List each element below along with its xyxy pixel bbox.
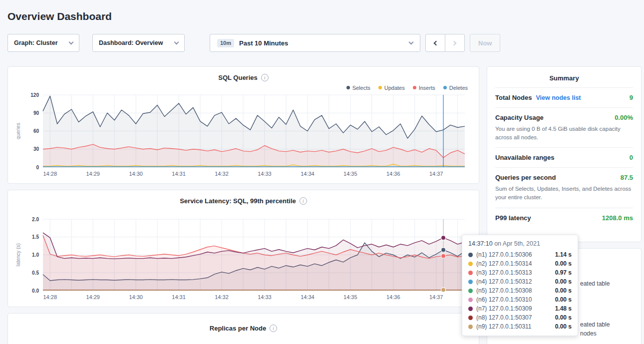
svg-text:2.0: 2.0: [32, 217, 39, 222]
svg-text:14:34: 14:34: [301, 294, 315, 300]
svg-text:14:31: 14:31: [172, 294, 186, 300]
summary-row-total-nodes: Total Nodes View nodes list 9: [495, 87, 633, 107]
svg-text:14:36: 14:36: [386, 294, 400, 300]
tooltip-rows: (n1) 127.0.0.1:503061.14 s(n2) 127.0.0.1…: [468, 250, 572, 331]
node-color-dot: [468, 289, 473, 293]
time-back-button[interactable]: [425, 34, 445, 52]
node-latency-value: 0.97 s: [555, 269, 572, 276]
node-label: (n9) 127.0.0.1:50311: [476, 323, 552, 330]
svg-text:0.5: 0.5: [32, 270, 39, 276]
graph-dropdown[interactable]: Graph: Cluster: [7, 34, 79, 52]
graph-dropdown-label: Graph: Cluster: [14, 39, 58, 46]
svg-text:0.0: 0.0: [32, 288, 39, 294]
chevron-down-icon: [409, 40, 414, 45]
view-nodes-list-link[interactable]: View nodes list: [536, 94, 581, 101]
info-icon[interactable]: i: [261, 74, 269, 81]
dashboard-dropdown[interactable]: Dashboard: Overview: [92, 34, 185, 52]
legend-label: Selects: [352, 85, 370, 91]
info-icon[interactable]: i: [300, 197, 307, 205]
chevron-down-icon: [174, 40, 179, 45]
legend-label: Inserts: [419, 85, 435, 91]
chevron-left-icon: [434, 40, 439, 45]
legend-item: Selects: [346, 85, 370, 91]
svg-text:14:31: 14:31: [172, 171, 186, 177]
summary-panel: Summary Total Nodes View nodes list 9 Ca…: [487, 66, 642, 242]
svg-text:14:33: 14:33: [258, 171, 272, 177]
tooltip-row: (n1) 127.0.0.1:503061.14 s: [468, 250, 572, 259]
sql-queries-plot[interactable]: 030609012014:2814:2914:3014:3114:3214:33…: [14, 92, 473, 178]
node-label: (n6) 127.0.0.1:50310: [476, 296, 552, 303]
node-label: (n7) 127.0.0.1:50309: [476, 305, 552, 312]
node-latency-value: 0.00 s: [555, 314, 572, 321]
legend-label: Deletes: [449, 85, 468, 91]
replicas-panel: Replicas per Node i: [7, 313, 479, 344]
node-color-dot: [468, 262, 473, 266]
legend-item: Deletes: [443, 85, 468, 91]
node-color-dot: [468, 280, 473, 284]
controls-bar: Graph: Cluster Dashboard: Overview 10m P…: [7, 34, 637, 52]
time-range-badge: 10m: [217, 39, 234, 47]
tooltip-date: on Apr 5th, 2021: [494, 240, 540, 247]
tooltip-row: (n2) 127.0.0.1:503140.00 s: [468, 259, 572, 268]
node-label: (n4) 127.0.0.1:50312: [476, 278, 552, 285]
legend-dot: [413, 86, 416, 89]
info-icon[interactable]: i: [270, 325, 277, 332]
time-step-buttons: [425, 34, 465, 52]
node-label: (n5) 127.0.0.1:50308: [476, 287, 552, 294]
event-text-fragment: eated table: [580, 280, 610, 287]
tooltip-time: 14:37:10: [468, 240, 493, 247]
time-range-selector[interactable]: 10m Past 10 Minutes: [210, 34, 420, 52]
svg-text:60: 60: [33, 128, 39, 134]
svg-text:1.0: 1.0: [32, 252, 39, 258]
node-latency-value: 0.00 s: [555, 323, 572, 330]
node-latency-value: 0.00 s: [555, 296, 572, 303]
svg-text:14:29: 14:29: [86, 294, 100, 300]
svg-text:queries: queries: [15, 123, 21, 139]
svg-text:latency (s): latency (s): [15, 243, 21, 266]
summary-value: 0.00%: [615, 114, 633, 121]
summary-label: Queries per second: [495, 174, 556, 181]
time-range-label: Past 10 Minutes: [239, 39, 288, 47]
node-latency-value: 1.14 s: [555, 251, 572, 258]
svg-text:14:30: 14:30: [129, 294, 143, 300]
tooltip-row: (n3) 127.0.0.1:503130.97 s: [468, 268, 572, 277]
svg-text:120: 120: [30, 92, 39, 98]
page-title: Overview Dashboard: [7, 9, 637, 24]
svg-text:14:28: 14:28: [43, 171, 57, 177]
svg-text:30: 30: [33, 146, 39, 152]
now-button[interactable]: Now: [470, 34, 500, 52]
summary-description: Sum of Selects, Updates, Inserts, and De…: [495, 185, 633, 201]
svg-text:14:37: 14:37: [429, 294, 443, 300]
svg-text:14:34: 14:34: [301, 171, 315, 177]
summary-value: 9: [630, 94, 633, 101]
legend-dot: [443, 86, 447, 89]
summary-row-p99-latency: P99 latency 1208.0 ms: [495, 208, 633, 228]
chevron-down-icon: [69, 40, 74, 45]
chart-title-row: Service Latency: SQL, 99th percentile i: [14, 195, 473, 206]
svg-text:14:32: 14:32: [215, 294, 229, 300]
summary-value: 0: [630, 154, 633, 161]
sql-queries-chart-title: SQL Queries: [218, 74, 258, 81]
summary-label: Total Nodes: [495, 94, 532, 101]
summary-value: 87.5: [621, 174, 633, 181]
svg-text:14:36: 14:36: [386, 171, 400, 177]
svg-text:0: 0: [36, 165, 39, 170]
replicas-chart-title: Replicas per Node: [210, 325, 266, 332]
latency-chart[interactable]: 0.00.51.01.52.014:2814:2914:3014:3114:32…: [14, 213, 473, 304]
summary-title: Summary: [495, 67, 633, 87]
latency-plot[interactable]: 0.00.51.01.52.014:2814:2914:3014:3114:32…: [14, 213, 473, 302]
tooltip-row: (n4) 127.0.0.1:503120.00 s: [468, 277, 572, 286]
charts-column: SQL Queries i SelectsUpdatesInsertsDelet…: [7, 66, 479, 344]
node-color-dot: [468, 307, 473, 311]
sql-queries-chart[interactable]: 030609012014:2814:2914:3014:3114:3214:33…: [14, 92, 473, 180]
svg-text:14:33: 14:33: [258, 294, 272, 300]
summary-row-unavailable-ranges: Unavailable ranges 0: [495, 147, 633, 167]
node-label: (n3) 127.0.0.1:50313: [476, 269, 552, 276]
dashboard-dropdown-label: Dashboard: Overview: [99, 39, 163, 46]
svg-text:14:35: 14:35: [343, 171, 357, 177]
time-forward-button[interactable]: [445, 34, 465, 52]
node-color-dot: [468, 253, 473, 257]
chart-title-row: Replicas per Node i: [14, 322, 473, 335]
latency-chart-title: Service Latency: SQL, 99th percentile: [180, 197, 296, 205]
chart-legend: SelectsUpdatesInsertsDeletes: [14, 84, 473, 92]
